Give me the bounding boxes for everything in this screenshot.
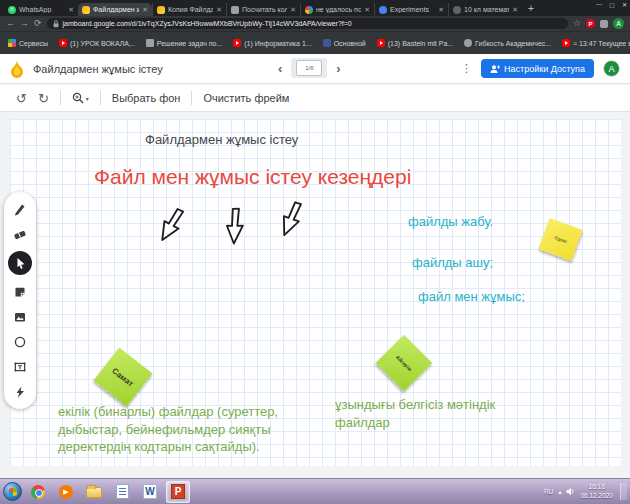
frame-chip-wrap[interactable]: 1/6 [291, 58, 327, 78]
eraser-icon[interactable] [12, 226, 28, 242]
pen-icon[interactable] [12, 201, 28, 217]
bookmark-basteln[interactable]: (13) Basteln mit Pa... [377, 39, 453, 47]
choose-background-button[interactable]: Выбрать фон [112, 92, 181, 104]
forward-icon[interactable]: → [20, 19, 29, 28]
account-avatar[interactable]: A [603, 60, 620, 77]
tab-close-icon[interactable]: ✕ [364, 6, 370, 14]
tab-label: WhatsApp [19, 6, 65, 13]
select-cursor-icon[interactable] [8, 251, 32, 275]
shape-circle-icon[interactable] [12, 334, 28, 350]
document-icon [116, 484, 129, 499]
sticky-note-green-aigerim[interactable]: Айгерім [376, 335, 433, 392]
toolbar-divider [100, 91, 101, 105]
tab-close-icon[interactable]: ✕ [142, 6, 148, 14]
blue-text-work-file[interactable]: файл мен жұмыс; [418, 289, 525, 304]
tab-close-icon[interactable]: ✕ [512, 6, 518, 14]
drawing-tools-palette [4, 192, 36, 409]
tab-jamboard-copy[interactable]: Копия Файлдар ✕ [152, 3, 226, 16]
bookmark-services[interactable]: Сервисы [8, 39, 48, 47]
more-menu-icon[interactable]: ⋮ [461, 62, 472, 75]
minimize-button[interactable]: — [596, 1, 602, 8]
bookmark-academic[interactable]: Гибкость Академичес... [464, 39, 551, 47]
taskbar-chrome-button[interactable] [26, 481, 50, 503]
sticky-note-yellow[interactable]: Әдемі [538, 218, 582, 261]
bookmark-main[interactable]: Основной [323, 39, 366, 47]
image-icon[interactable] [12, 309, 28, 325]
whatsapp-icon: ✆ [8, 6, 16, 14]
toolbar-divider [191, 91, 192, 105]
laser-pointer-icon[interactable] [12, 384, 28, 400]
tab-close-icon[interactable]: ✕ [438, 6, 444, 14]
bookmark-current[interactable]: ≈ 13:47 Текущее в... [562, 39, 630, 47]
browser-profile-avatar[interactable]: A [613, 18, 624, 29]
show-desktop-button[interactable] [620, 483, 627, 499]
bookmark-informatics[interactable]: (1) Информатика 1... [233, 39, 311, 47]
board-title-text[interactable]: Файлдармен жұмыс істеу [145, 132, 298, 147]
speaker-icon[interactable] [566, 487, 575, 496]
tab-experiments[interactable]: Experiments ✕ [374, 3, 448, 16]
chrome-icon [31, 485, 45, 499]
tab-google[interactable]: не удалось пока ✕ [300, 3, 374, 16]
down-arrow-drawing[interactable] [273, 197, 309, 242]
redo-icon[interactable]: ↻ [38, 92, 49, 105]
bookmark-star-icon[interactable]: ☆ [573, 19, 581, 28]
tab-label: Файлдармен жұ [93, 6, 139, 13]
blue-text-close-file[interactable]: файлды жабу. [408, 214, 493, 229]
close-button[interactable]: ✕ [622, 1, 627, 8]
down-arrow-drawing[interactable] [223, 206, 248, 247]
taskbar-document-button[interactable] [110, 481, 134, 503]
language-indicator[interactable]: RU [544, 488, 553, 495]
extension-icon[interactable] [600, 20, 608, 28]
frame-indicator[interactable]: 1/6 [296, 60, 322, 76]
clock-time: 16:18 [589, 483, 605, 490]
text-box-icon[interactable] [12, 359, 28, 375]
green-paragraph-text-files[interactable]: ұзындығы белгісіз мәтіндік файлдар [335, 396, 495, 431]
frame-navigation: ‹ 1/6 › [278, 58, 341, 78]
bookmark-tasks[interactable]: Решение задач по... [146, 39, 222, 47]
red-heading-text[interactable]: Файл мен жұмыс істеу кезеңдері [94, 165, 411, 189]
blue-text-open-file[interactable]: файлды ашу; [412, 255, 493, 270]
system-tray: RU ▴ 16:18 06.12.2020 [544, 483, 627, 499]
taskbar-media-player-button[interactable]: ▶ [54, 481, 78, 503]
share-settings-button[interactable]: Настройки Доступа [481, 59, 594, 78]
tab-jamboard-active[interactable]: Файлдармен жұ ✕ [78, 3, 152, 16]
zoom-tool[interactable]: ▾ [72, 92, 89, 104]
taskbar-explorer-button[interactable] [82, 481, 106, 503]
maximize-button[interactable]: ▢ [609, 1, 615, 8]
back-icon[interactable]: ← [6, 19, 15, 28]
prev-frame-icon[interactable]: ‹ [278, 61, 282, 76]
tab-count[interactable]: Посчитать коли ✕ [226, 3, 300, 16]
jamboard-logo-icon [10, 60, 24, 78]
browser-toolbar: ← → ⟳ jamboard.google.com/d/1ivTqXZysJVs… [0, 16, 630, 31]
jam-title[interactable]: Файлдармен жұмыс істеу [33, 63, 163, 75]
pinterest-extension-icon[interactable]: P [586, 19, 595, 28]
toolbar-divider [60, 91, 61, 105]
tab-close-icon[interactable]: ✕ [290, 6, 296, 14]
jamboard-toolbar: ↺ ↻ ▾ Выбрать фон Очистить фрейм [0, 85, 630, 112]
tab-close-icon[interactable]: ✕ [68, 6, 74, 14]
bookmark-vocal-lesson[interactable]: (1) УРОК ВОКАЛА,.. [59, 39, 135, 47]
address-bar[interactable]: jamboard.google.com/d/1ivTqXZysJVsKsH9ow… [47, 18, 568, 29]
sticky-note-green-samat[interactable]: Самат [94, 348, 153, 407]
tab-close-icon[interactable]: ✕ [216, 6, 222, 14]
taskbar-word-button[interactable]: W [138, 481, 162, 503]
reload-icon[interactable]: ⟳ [34, 19, 42, 28]
tray-expand-icon[interactable]: ▴ [558, 488, 561, 495]
next-frame-icon[interactable]: › [336, 61, 340, 76]
header-actions: ⋮ Настройки Доступа A [461, 59, 620, 78]
google-icon [305, 6, 313, 14]
taskbar-powerpoint-button[interactable]: P [166, 481, 190, 503]
sticky-note-icon[interactable] [12, 284, 28, 300]
tab-whatsapp[interactable]: ✆ WhatsApp ✕ [4, 3, 78, 16]
tab-pdf[interactable]: 10 кл математ.pdf ✕ [448, 3, 522, 16]
youtube-icon [59, 39, 67, 47]
down-arrow-drawing[interactable] [151, 203, 191, 249]
sticky-note-text: Самат [111, 366, 136, 388]
new-tab-button[interactable]: + [528, 3, 534, 14]
green-paragraph-binary-files[interactable]: екілік (бинарлы) файлдар (суреттер, дыбы… [58, 403, 278, 456]
undo-icon[interactable]: ↺ [16, 92, 27, 105]
clear-frame-button[interactable]: Очистить фрейм [203, 92, 289, 104]
start-button[interactable] [3, 482, 22, 501]
canvas-grid[interactable]: Файлдармен жұмыс істеу Файл мен жұмыс іс… [10, 119, 621, 466]
taskbar-clock[interactable]: 16:18 06.12.2020 [580, 483, 613, 499]
